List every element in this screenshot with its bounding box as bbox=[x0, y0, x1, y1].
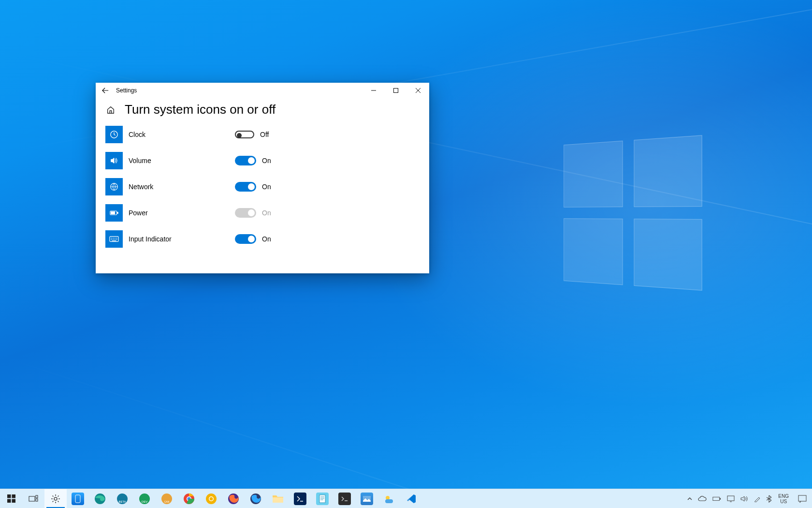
setting-label: Volume bbox=[129, 157, 225, 164]
tray-onedrive[interactable] bbox=[695, 489, 710, 508]
toggle-volume[interactable] bbox=[235, 156, 256, 165]
maximize-icon bbox=[393, 88, 398, 93]
toggle-state-label: Off bbox=[260, 131, 269, 138]
svg-rect-35 bbox=[720, 498, 721, 500]
setting-row-input-indicator: Input Indicator On bbox=[105, 230, 420, 248]
clock-icon bbox=[105, 126, 123, 143]
chrome-canary-icon bbox=[205, 493, 218, 505]
taskbar-app-firefox-dev[interactable] bbox=[245, 489, 267, 508]
settings-window: Settings Turn system icons on or off Clo… bbox=[96, 83, 429, 273]
taskbar-app-edge[interactable] bbox=[89, 489, 111, 508]
taskbar-app-chrome[interactable] bbox=[178, 489, 200, 508]
edge-icon bbox=[94, 493, 106, 505]
tray-volume[interactable] bbox=[738, 489, 751, 508]
svg-point-14 bbox=[54, 497, 57, 500]
svg-rect-4 bbox=[111, 212, 115, 214]
pen-icon bbox=[754, 495, 761, 502]
keyboard-icon bbox=[105, 230, 123, 248]
notepad-icon bbox=[316, 493, 329, 505]
close-button[interactable] bbox=[407, 83, 429, 98]
setting-label: Input Indicator bbox=[129, 235, 225, 243]
home-button[interactable] bbox=[105, 105, 116, 115]
chrome-icon bbox=[183, 493, 195, 505]
vscode-icon bbox=[405, 493, 418, 505]
system-tray: ENG US bbox=[684, 489, 812, 508]
taskbar-app-vscode[interactable] bbox=[400, 489, 422, 508]
wallpaper-ray bbox=[0, 356, 812, 508]
tray-input-indicator[interactable]: ENG US bbox=[774, 489, 793, 508]
svg-rect-13 bbox=[36, 499, 38, 501]
weather-icon bbox=[383, 493, 395, 505]
svg-text:BETA: BETA bbox=[118, 500, 126, 503]
svg-point-28 bbox=[210, 497, 213, 500]
task-view-icon bbox=[29, 495, 38, 503]
svg-rect-9 bbox=[7, 499, 11, 503]
taskbar-app-weather[interactable] bbox=[378, 489, 400, 508]
toggle-state-label: On bbox=[262, 209, 271, 217]
svg-rect-8 bbox=[12, 494, 15, 498]
windows-start-icon bbox=[7, 494, 15, 503]
setting-label: Power bbox=[129, 209, 225, 217]
svg-rect-5 bbox=[117, 212, 118, 213]
setting-row-power: Power On bbox=[105, 204, 420, 222]
volume-icon bbox=[105, 152, 123, 169]
tray-bluetooth[interactable] bbox=[764, 489, 774, 508]
toggle-input-indicator[interactable] bbox=[235, 234, 256, 244]
toggle-clock[interactable] bbox=[235, 131, 254, 138]
svg-rect-36 bbox=[727, 496, 734, 501]
edge-dev-icon: DEV bbox=[138, 493, 151, 505]
svg-rect-12 bbox=[36, 495, 38, 498]
taskbar-app-edge-beta[interactable]: BETA bbox=[111, 489, 133, 508]
tray-pen[interactable] bbox=[751, 489, 764, 508]
taskbar-app-powershell[interactable] bbox=[289, 489, 311, 508]
svg-rect-11 bbox=[29, 496, 35, 501]
notification-icon bbox=[798, 495, 807, 503]
windows-logo-icon bbox=[564, 135, 702, 290]
svg-point-33 bbox=[386, 496, 390, 500]
taskbar: BETA DEV CAN ENG US bbox=[0, 489, 812, 508]
taskbar-app-photos[interactable] bbox=[356, 489, 378, 508]
toggle-state-label: On bbox=[262, 235, 271, 243]
svg-rect-10 bbox=[12, 499, 15, 503]
speaker-icon bbox=[740, 495, 748, 502]
taskbar-app-terminal[interactable] bbox=[334, 489, 356, 508]
setting-row-clock: Clock Off bbox=[105, 126, 420, 143]
back-button[interactable] bbox=[96, 83, 115, 98]
taskbar-app-firefox[interactable] bbox=[222, 489, 245, 508]
svg-rect-15 bbox=[75, 495, 80, 503]
taskbar-app-settings[interactable] bbox=[44, 489, 67, 508]
tray-network[interactable] bbox=[724, 489, 738, 508]
taskbar-app-edge-dev[interactable]: DEV bbox=[133, 489, 156, 508]
chevron-up-icon bbox=[687, 497, 692, 501]
tray-overflow-button[interactable] bbox=[684, 489, 695, 508]
powershell-icon bbox=[294, 493, 306, 505]
minimize-button[interactable] bbox=[362, 83, 385, 98]
minimize-icon bbox=[371, 88, 376, 93]
edge-canary-icon: CAN bbox=[160, 493, 173, 505]
titlebar[interactable]: Settings bbox=[96, 83, 429, 98]
tray-power[interactable] bbox=[710, 489, 724, 508]
taskbar-app-notepad[interactable] bbox=[311, 489, 334, 508]
start-button[interactable] bbox=[0, 489, 22, 508]
cloud-icon bbox=[698, 496, 707, 502]
setting-row-network: Network On bbox=[105, 178, 420, 195]
toggle-power bbox=[235, 208, 256, 218]
page-title: Turn system icons on or off bbox=[125, 102, 276, 117]
taskbar-app-chrome-canary[interactable] bbox=[200, 489, 222, 508]
bluetooth-icon bbox=[767, 495, 771, 503]
action-center-button[interactable] bbox=[793, 489, 812, 508]
terminal-icon bbox=[338, 493, 351, 505]
taskbar-app-edge-canary[interactable]: CAN bbox=[156, 489, 178, 508]
settings-list: Clock Off Volume On Network bbox=[96, 124, 429, 250]
phone-icon bbox=[72, 493, 84, 505]
window-title: Settings bbox=[116, 87, 137, 94]
maximize-button[interactable] bbox=[385, 83, 407, 98]
taskbar-app-file-explorer[interactable] bbox=[267, 489, 289, 508]
taskbar-app-your-phone[interactable] bbox=[67, 489, 89, 508]
toggle-network[interactable] bbox=[235, 182, 256, 192]
toggle-state-label: On bbox=[262, 183, 271, 191]
task-view-button[interactable] bbox=[22, 489, 44, 508]
svg-text:CAN: CAN bbox=[164, 500, 170, 503]
monitor-icon bbox=[727, 495, 735, 502]
close-icon bbox=[416, 88, 420, 93]
